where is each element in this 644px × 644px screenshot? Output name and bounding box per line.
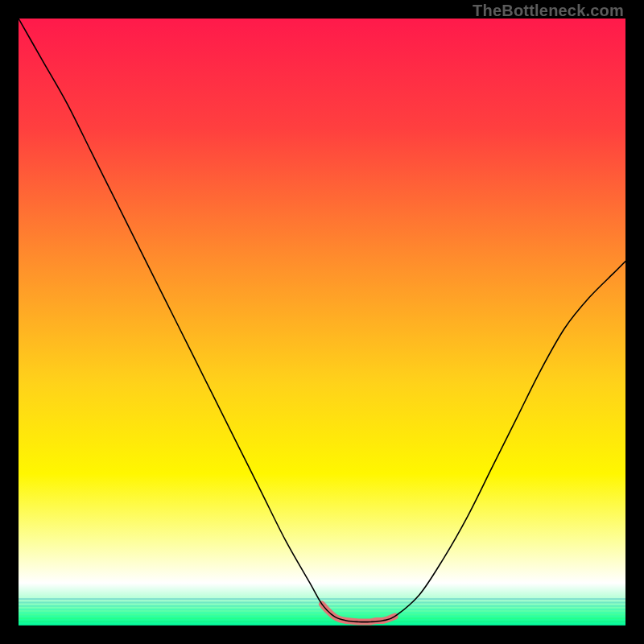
- svg-rect-4: [19, 612, 625, 613]
- svg-rect-5: [19, 616, 625, 617]
- gradient-background: [19, 19, 625, 625]
- chart-frame: TheBottleneck.com: [0, 0, 644, 644]
- plot-area: [19, 19, 625, 625]
- chart-svg: [19, 19, 625, 625]
- svg-rect-6: [19, 619, 625, 621]
- svg-rect-0: [19, 598, 625, 600]
- watermark-text: TheBottleneck.com: [473, 2, 624, 20]
- svg-rect-7: [19, 622, 625, 624]
